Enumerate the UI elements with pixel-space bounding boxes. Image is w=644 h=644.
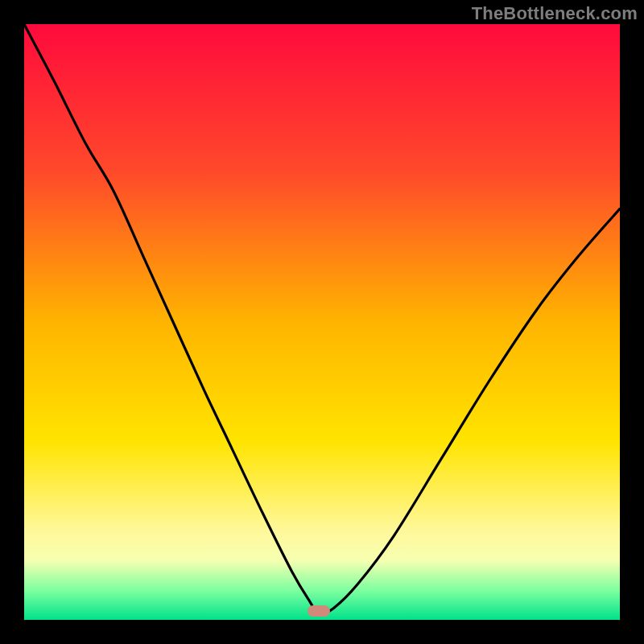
- watermark-label: TheBottleneck.com: [472, 3, 638, 24]
- minimum-point-marker: [308, 605, 330, 617]
- chart-frame: TheBottleneck.com: [0, 0, 644, 644]
- plot-area: [24, 24, 620, 620]
- bottleneck-curve: [24, 24, 620, 620]
